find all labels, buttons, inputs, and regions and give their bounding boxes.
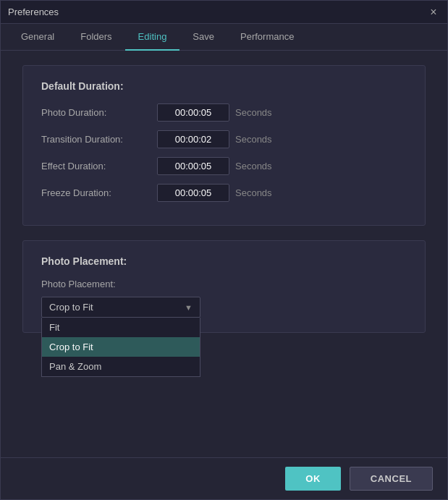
tab-save[interactable]: Save — [179, 24, 227, 51]
ok-button[interactable]: OK — [285, 467, 341, 491]
photo-placement-section: Photo Placement: Photo Placement: Crop t… — [22, 240, 426, 333]
freeze-duration-row: Freeze Duration: Seconds — [41, 184, 407, 202]
title-bar: Preferences × — [1, 1, 447, 24]
effect-duration-row: Effect Duration: Seconds — [41, 157, 407, 175]
effect-duration-input[interactable] — [157, 157, 229, 175]
freeze-duration-input[interactable] — [157, 184, 229, 202]
tab-general[interactable]: General — [8, 24, 67, 51]
dialog-title: Preferences — [8, 7, 59, 17]
photo-duration-unit: Seconds — [235, 107, 272, 118]
photo-duration-input[interactable] — [157, 103, 229, 122]
transition-duration-label: Transition Duration: — [41, 134, 157, 145]
freeze-duration-label: Freeze Duration: — [41, 187, 157, 198]
preferences-dialog: Preferences × General Folders Editing Sa… — [0, 0, 448, 500]
photo-duration-label: Photo Duration: — [41, 107, 157, 118]
transition-duration-input[interactable] — [157, 130, 229, 148]
photo-placement-title: Photo Placement: — [41, 255, 407, 267]
photo-placement-field-label: Photo Placement: — [41, 279, 407, 289]
photo-duration-row: Photo Duration: Seconds — [41, 103, 407, 122]
default-duration-section: Default Duration: Photo Duration: Second… — [22, 65, 426, 226]
placement-selected-value: Crop to Fit — [49, 302, 93, 313]
tab-performance[interactable]: Performance — [227, 24, 307, 51]
placement-dropdown-trigger[interactable]: Crop to Fit ▼ — [41, 297, 200, 318]
freeze-duration-unit: Seconds — [235, 187, 272, 198]
tabs-bar: General Folders Editing Save Performance — [1, 24, 447, 51]
effect-duration-unit: Seconds — [235, 161, 272, 171]
placement-option-fit[interactable]: Fit — [42, 318, 200, 337]
transition-duration-unit: Seconds — [235, 134, 272, 145]
tab-editing[interactable]: Editing — [125, 24, 180, 51]
chevron-down-icon: ▼ — [185, 303, 193, 312]
tab-folders[interactable]: Folders — [67, 24, 124, 51]
transition-duration-row: Transition Duration: Seconds — [41, 130, 407, 148]
placement-dropdown-menu: Fit Crop to Fit Pan & Zoom — [41, 318, 200, 377]
close-button[interactable]: × — [427, 6, 440, 19]
default-duration-title: Default Duration: — [41, 80, 407, 92]
effect-duration-label: Effect Duration: — [41, 161, 157, 171]
dialog-footer: OK CANCEL — [1, 457, 447, 499]
placement-option-crop-to-fit[interactable]: Crop to Fit — [42, 337, 200, 357]
content-area: Default Duration: Photo Duration: Second… — [1, 51, 447, 457]
placement-option-pan-zoom[interactable]: Pan & Zoom — [42, 357, 200, 376]
cancel-button[interactable]: CANCEL — [350, 467, 433, 491]
placement-dropdown-wrapper: Crop to Fit ▼ Fit Crop to Fit Pan & Zoom — [41, 297, 200, 318]
